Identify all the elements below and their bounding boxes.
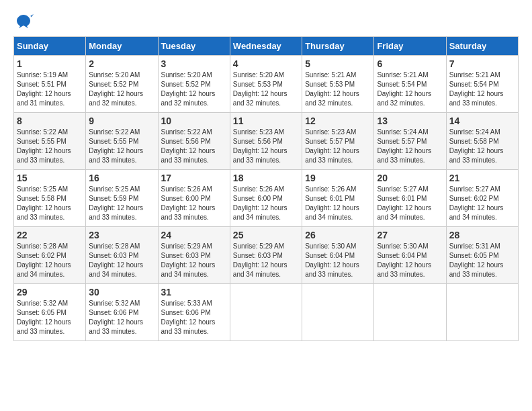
- day-info: Sunrise: 5:30 AMSunset: 6:04 PMDaylight:…: [377, 242, 443, 279]
- day-number: 3: [161, 58, 227, 69]
- day-number: 11: [233, 116, 299, 126]
- day-number: 20: [377, 173, 443, 183]
- day-info: Sunrise: 5:21 AMSunset: 5:53 PMDaylight:…: [305, 71, 371, 108]
- calendar-day-cell: [302, 284, 374, 341]
- calendar-day-cell: [374, 284, 446, 341]
- day-of-week-header: Friday: [374, 37, 446, 56]
- day-info: Sunrise: 5:26 AMSunset: 6:00 PMDaylight:…: [233, 185, 299, 222]
- day-number: 5: [305, 58, 371, 69]
- day-of-week-header: Wednesday: [230, 37, 302, 56]
- day-number: 29: [17, 287, 83, 298]
- calendar-day-cell: 15Sunrise: 5:25 AMSunset: 5:58 PMDayligh…: [14, 170, 86, 227]
- day-info: Sunrise: 5:29 AMSunset: 6:03 PMDaylight:…: [233, 242, 299, 279]
- logo-bird-icon: [13, 13, 34, 30]
- calendar-day-cell: 2Sunrise: 5:20 AMSunset: 5:52 PMDaylight…: [86, 56, 158, 113]
- day-number: 18: [233, 173, 299, 183]
- day-of-week-header: Saturday: [446, 37, 518, 56]
- day-info: Sunrise: 5:22 AMSunset: 5:55 PMDaylight:…: [17, 128, 83, 165]
- day-number: 15: [17, 173, 83, 183]
- calendar-day-cell: 28Sunrise: 5:31 AMSunset: 6:05 PMDayligh…: [446, 227, 518, 284]
- day-number: 10: [161, 116, 227, 126]
- day-info: Sunrise: 5:24 AMSunset: 5:57 PMDaylight:…: [377, 128, 443, 165]
- calendar-day-cell: 9Sunrise: 5:22 AMSunset: 5:55 PMDaylight…: [86, 113, 158, 170]
- day-number: 21: [449, 173, 515, 183]
- day-number: 26: [305, 230, 371, 240]
- calendar-day-cell: 14Sunrise: 5:24 AMSunset: 5:58 PMDayligh…: [446, 113, 518, 170]
- calendar-day-cell: 12Sunrise: 5:23 AMSunset: 5:57 PMDayligh…: [302, 113, 374, 170]
- day-of-week-header: Thursday: [302, 37, 374, 56]
- calendar-day-cell: 27Sunrise: 5:30 AMSunset: 6:04 PMDayligh…: [374, 227, 446, 284]
- day-number: 28: [449, 230, 515, 240]
- day-info: Sunrise: 5:20 AMSunset: 5:52 PMDaylight:…: [161, 71, 227, 108]
- day-info: Sunrise: 5:26 AMSunset: 6:00 PMDaylight:…: [161, 185, 227, 222]
- day-of-week-header: Tuesday: [158, 37, 230, 56]
- calendar-day-cell: 7Sunrise: 5:21 AMSunset: 5:54 PMDaylight…: [446, 56, 518, 113]
- day-info: Sunrise: 5:21 AMSunset: 5:54 PMDaylight:…: [449, 71, 515, 108]
- day-number: 16: [89, 173, 154, 183]
- calendar-day-cell: 16Sunrise: 5:25 AMSunset: 5:59 PMDayligh…: [86, 170, 158, 227]
- calendar-day-cell: 11Sunrise: 5:23 AMSunset: 5:56 PMDayligh…: [230, 113, 302, 170]
- day-info: Sunrise: 5:20 AMSunset: 5:53 PMDaylight:…: [233, 71, 299, 108]
- calendar-day-cell: 5Sunrise: 5:21 AMSunset: 5:53 PMDaylight…: [302, 56, 374, 113]
- calendar-day-cell: 17Sunrise: 5:26 AMSunset: 6:00 PMDayligh…: [158, 170, 230, 227]
- day-of-week-header: Monday: [86, 37, 158, 56]
- day-number: 7: [449, 58, 515, 69]
- logo: [13, 13, 36, 30]
- calendar-week-row: 15Sunrise: 5:25 AMSunset: 5:58 PMDayligh…: [14, 170, 519, 227]
- calendar-day-cell: [230, 284, 302, 341]
- calendar-day-cell: 10Sunrise: 5:22 AMSunset: 5:56 PMDayligh…: [158, 113, 230, 170]
- calendar-day-cell: 31Sunrise: 5:33 AMSunset: 6:06 PMDayligh…: [158, 284, 230, 341]
- calendar-header-row: SundayMondayTuesdayWednesdayThursdayFrid…: [14, 37, 519, 56]
- calendar-day-cell: 25Sunrise: 5:29 AMSunset: 6:03 PMDayligh…: [230, 227, 302, 284]
- calendar-day-cell: 8Sunrise: 5:22 AMSunset: 5:55 PMDaylight…: [14, 113, 86, 170]
- day-number: 12: [305, 116, 371, 126]
- day-info: Sunrise: 5:27 AMSunset: 6:02 PMDaylight:…: [449, 185, 515, 222]
- day-number: 9: [89, 116, 154, 126]
- calendar-day-cell: 4Sunrise: 5:20 AMSunset: 5:53 PMDaylight…: [230, 56, 302, 113]
- calendar-day-cell: 18Sunrise: 5:26 AMSunset: 6:00 PMDayligh…: [230, 170, 302, 227]
- day-number: 30: [89, 287, 154, 298]
- calendar-day-cell: 6Sunrise: 5:21 AMSunset: 5:54 PMDaylight…: [374, 56, 446, 113]
- calendar-week-row: 29Sunrise: 5:32 AMSunset: 6:05 PMDayligh…: [14, 284, 519, 341]
- day-info: Sunrise: 5:32 AMSunset: 6:06 PMDaylight:…: [89, 299, 154, 336]
- calendar-day-cell: 23Sunrise: 5:28 AMSunset: 6:03 PMDayligh…: [86, 227, 158, 284]
- calendar-day-cell: 21Sunrise: 5:27 AMSunset: 6:02 PMDayligh…: [446, 170, 518, 227]
- day-number: 19: [305, 173, 371, 183]
- calendar-day-cell: 19Sunrise: 5:26 AMSunset: 6:01 PMDayligh…: [302, 170, 374, 227]
- day-info: Sunrise: 5:22 AMSunset: 5:55 PMDaylight:…: [89, 128, 154, 165]
- day-number: 8: [17, 116, 83, 126]
- calendar-table: SundayMondayTuesdayWednesdayThursdayFrid…: [13, 36, 519, 341]
- day-info: Sunrise: 5:28 AMSunset: 6:02 PMDaylight:…: [17, 242, 83, 279]
- day-number: 4: [233, 58, 299, 69]
- day-info: Sunrise: 5:29 AMSunset: 6:03 PMDaylight:…: [161, 242, 227, 279]
- calendar-day-cell: 22Sunrise: 5:28 AMSunset: 6:02 PMDayligh…: [14, 227, 86, 284]
- day-number: 24: [161, 230, 227, 240]
- calendar-day-cell: 3Sunrise: 5:20 AMSunset: 5:52 PMDaylight…: [158, 56, 230, 113]
- day-number: 1: [17, 58, 83, 69]
- day-number: 14: [449, 116, 515, 126]
- day-number: 6: [377, 58, 443, 69]
- calendar-day-cell: 26Sunrise: 5:30 AMSunset: 6:04 PMDayligh…: [302, 227, 374, 284]
- day-info: Sunrise: 5:20 AMSunset: 5:52 PMDaylight:…: [89, 71, 154, 108]
- day-number: 23: [89, 230, 154, 240]
- calendar-day-cell: 24Sunrise: 5:29 AMSunset: 6:03 PMDayligh…: [158, 227, 230, 284]
- day-info: Sunrise: 5:23 AMSunset: 5:56 PMDaylight:…: [233, 128, 299, 165]
- calendar-day-cell: 30Sunrise: 5:32 AMSunset: 6:06 PMDayligh…: [86, 284, 158, 341]
- day-number: 22: [17, 230, 83, 240]
- day-number: 27: [377, 230, 443, 240]
- calendar-day-cell: 1Sunrise: 5:19 AMSunset: 5:51 PMDaylight…: [14, 56, 86, 113]
- day-number: 2: [89, 58, 154, 69]
- day-number: 31: [161, 287, 227, 298]
- day-info: Sunrise: 5:27 AMSunset: 6:01 PMDaylight:…: [377, 185, 443, 222]
- day-info: Sunrise: 5:23 AMSunset: 5:57 PMDaylight:…: [305, 128, 371, 165]
- day-of-week-header: Sunday: [14, 37, 86, 56]
- calendar-week-row: 8Sunrise: 5:22 AMSunset: 5:55 PMDaylight…: [14, 113, 519, 170]
- day-info: Sunrise: 5:25 AMSunset: 5:58 PMDaylight:…: [17, 185, 83, 222]
- day-number: 13: [377, 116, 443, 126]
- day-info: Sunrise: 5:24 AMSunset: 5:58 PMDaylight:…: [449, 128, 515, 165]
- day-info: Sunrise: 5:31 AMSunset: 6:05 PMDaylight:…: [449, 242, 515, 279]
- day-number: 25: [233, 230, 299, 240]
- calendar-day-cell: 20Sunrise: 5:27 AMSunset: 6:01 PMDayligh…: [374, 170, 446, 227]
- day-info: Sunrise: 5:21 AMSunset: 5:54 PMDaylight:…: [377, 71, 443, 108]
- day-info: Sunrise: 5:28 AMSunset: 6:03 PMDaylight:…: [89, 242, 154, 279]
